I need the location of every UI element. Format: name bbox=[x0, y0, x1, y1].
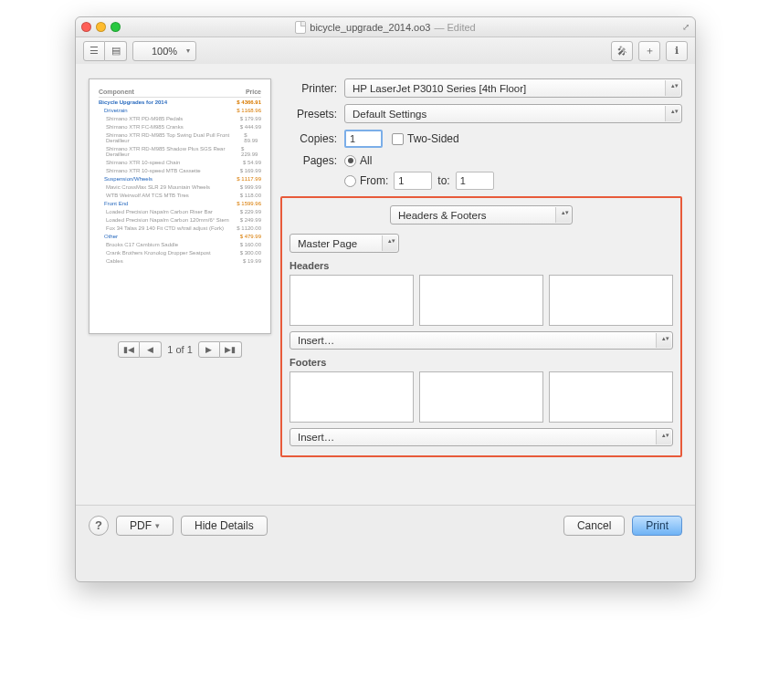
print-settings-pane: Printer: HP LaserJet P3010 Series [4th F… bbox=[280, 78, 682, 505]
zoom-value: 100% bbox=[152, 46, 177, 57]
preview-line: Shimano XTR FC-M985 Cranks$ 444.99 bbox=[99, 122, 261, 131]
hide-details-label: Hide Details bbox=[195, 519, 254, 532]
preview-line: Shimano XTR PD-M985 Pedals$ 179.99 bbox=[99, 114, 261, 122]
printer-select[interactable]: HP LaserJet P3010 Series [4th Floor] bbox=[344, 78, 682, 98]
preview-line: Front End$ 1599.96 bbox=[99, 199, 261, 207]
header-left-input[interactable] bbox=[290, 275, 414, 326]
footer-center-input[interactable] bbox=[419, 371, 543, 423]
pages-row: Pages: All bbox=[280, 154, 682, 167]
toolbar: ☰ ▤ 100% 🎤︎ ＋ ℹ︎ bbox=[76, 37, 695, 65]
next-page-button[interactable]: ▶ bbox=[198, 341, 220, 358]
preview-line: WTB Weirwolf AM TCS MTB Tires$ 118.00 bbox=[99, 191, 261, 199]
sections-view-button[interactable]: ▤ bbox=[105, 41, 127, 61]
pages-to-label: to: bbox=[437, 174, 449, 187]
fullscreen-icon[interactable]: ⤢ bbox=[682, 22, 690, 32]
preview-line: Shimano XTR 10-speed MTB Cassette$ 169.9… bbox=[99, 166, 261, 174]
copies-input[interactable]: 1 bbox=[344, 130, 383, 148]
preview-line: Cables$ 19.99 bbox=[99, 256, 261, 265]
header-right-input[interactable] bbox=[549, 275, 673, 326]
outline-view-button[interactable]: ☰ bbox=[83, 41, 105, 61]
preview-line: Crank Brothers Kronolog Dropper Seatpost… bbox=[99, 248, 261, 256]
pdf-label: PDF bbox=[130, 519, 152, 532]
preview-line: Suspension/Wheels$ 1117.99 bbox=[99, 174, 261, 183]
pages-to-input[interactable]: 1 bbox=[456, 172, 494, 190]
printer-label: Printer: bbox=[280, 82, 344, 95]
dialog-body: Component Price Bicycle Upgrades for 201… bbox=[76, 64, 695, 505]
document-window: bicycle_upgrade_2014.oo3 — Edited ⤢ ☰ ▤ … bbox=[75, 16, 696, 582]
info-icon[interactable]: ℹ︎ bbox=[666, 41, 688, 61]
headers-label: Headers bbox=[290, 260, 673, 271]
print-dialog: Component Price Bicycle Upgrades for 201… bbox=[76, 64, 695, 545]
preview-col-component: Component bbox=[99, 89, 134, 95]
presets-label: Presets: bbox=[280, 108, 344, 120]
copies-row: Copies: 1 Two-Sided bbox=[280, 130, 682, 148]
pdf-menu-button[interactable]: PDF bbox=[116, 516, 174, 536]
copies-label: Copies: bbox=[280, 132, 344, 145]
presets-value: Default Settings bbox=[353, 109, 426, 120]
header-insert-label: Insert… bbox=[298, 335, 334, 346]
window-title: bicycle_upgrade_2014.oo3 — Edited bbox=[76, 21, 695, 34]
two-sided-checkbox[interactable] bbox=[392, 133, 404, 145]
add-icon[interactable]: ＋ bbox=[638, 41, 660, 61]
toolbar-right: 🎤︎ ＋ ℹ︎ bbox=[611, 41, 688, 61]
presets-row: Presets: Default Settings bbox=[280, 104, 682, 123]
pages-all-radio[interactable] bbox=[344, 155, 356, 167]
page-scope-value: Master Page bbox=[298, 238, 357, 249]
pager-fwd-segment: ▶ ▶▮ bbox=[198, 341, 242, 358]
hide-details-button[interactable]: Hide Details bbox=[181, 516, 268, 536]
header-boxes bbox=[290, 275, 673, 326]
copies-value: 1 bbox=[350, 133, 355, 144]
footer-insert-label: Insert… bbox=[298, 432, 334, 443]
first-page-button[interactable]: ▮◀ bbox=[118, 341, 140, 358]
microphone-icon[interactable]: 🎤︎ bbox=[611, 41, 633, 61]
header-insert-button[interactable]: Insert… bbox=[290, 331, 673, 350]
preview-line: Mavic CrossMax SLR 29 Mountain Wheels$ 9… bbox=[99, 183, 261, 191]
prev-page-button[interactable]: ◀ bbox=[140, 341, 162, 358]
pages-from-value: 1 bbox=[398, 175, 404, 186]
header-center-input[interactable] bbox=[419, 275, 543, 326]
window-filename: bicycle_upgrade_2014.oo3 bbox=[310, 22, 430, 33]
preview-col-price: Price bbox=[246, 89, 261, 95]
edited-indicator: — Edited bbox=[434, 22, 475, 33]
document-icon bbox=[295, 21, 306, 34]
footer-insert-button[interactable]: Insert… bbox=[290, 428, 673, 446]
footers-label: Footers bbox=[290, 357, 673, 368]
print-button[interactable]: Print bbox=[632, 516, 682, 536]
two-sided-label: Two-Sided bbox=[407, 132, 459, 145]
preview-line: Loaded Precision Napalm Carbon 120mm/6° … bbox=[99, 215, 261, 224]
pages-all-label: All bbox=[360, 154, 372, 167]
dialog-footer: ? PDF Hide Details Cancel Print bbox=[76, 505, 695, 545]
preview-line: Shimano XTR RD-M985 Top Swing Dual Pull … bbox=[99, 131, 261, 144]
page-scope-select[interactable]: Master Page bbox=[290, 234, 399, 253]
titlebar: bicycle_upgrade_2014.oo3 — Edited ⤢ bbox=[76, 17, 695, 37]
pages-from-input[interactable]: 1 bbox=[394, 172, 432, 190]
presets-select[interactable]: Default Settings bbox=[344, 104, 682, 123]
last-page-button[interactable]: ▶▮ bbox=[220, 341, 242, 358]
preview-line: Shimano XTR RD-M985 Shadow Plus SGS Rear… bbox=[99, 144, 261, 158]
help-button[interactable]: ? bbox=[89, 516, 109, 536]
pages-label: Pages: bbox=[280, 154, 344, 167]
preview-page: Component Price Bicycle Upgrades for 201… bbox=[89, 78, 271, 334]
printer-row: Printer: HP LaserJet P3010 Series [4th F… bbox=[280, 78, 682, 98]
cancel-label: Cancel bbox=[577, 519, 611, 532]
headers-footers-section: Headers & Footers Master Page Headers bbox=[280, 196, 682, 457]
preview-line: Brooks C17 Cambium Saddle$ 160.00 bbox=[99, 240, 261, 248]
printer-value: HP LaserJet P3010 Series [4th Floor] bbox=[353, 83, 526, 94]
footer-boxes bbox=[290, 371, 673, 423]
print-panel-select[interactable]: Headers & Footers bbox=[390, 205, 573, 225]
content-area: SeparatorF6EmphasisF7Highlight: YellowF8… bbox=[76, 65, 695, 545]
cancel-button[interactable]: Cancel bbox=[563, 516, 625, 536]
zoom-select[interactable]: 100% bbox=[132, 41, 196, 61]
preview-line: Loaded Precision Napalm Carbon Riser Bar… bbox=[99, 207, 261, 215]
footer-right-input[interactable] bbox=[549, 371, 673, 423]
view-mode-segment: ☰ ▤ bbox=[83, 41, 127, 61]
page-indicator: 1 of 1 bbox=[167, 344, 193, 355]
print-panel-value: Headers & Footers bbox=[398, 210, 487, 221]
print-label: Print bbox=[646, 519, 669, 532]
pages-from-radio[interactable] bbox=[344, 175, 356, 187]
footer-left-input[interactable] bbox=[290, 371, 414, 423]
pages-to-value: 1 bbox=[460, 175, 466, 186]
pages-from-label: From: bbox=[360, 174, 388, 187]
preview-line: Bicycle Upgrades for 2014$ 4366.91 bbox=[99, 98, 261, 106]
preview-line: Fox 34 Talas 29 140 Fit CTD w/trail adju… bbox=[99, 224, 261, 232]
